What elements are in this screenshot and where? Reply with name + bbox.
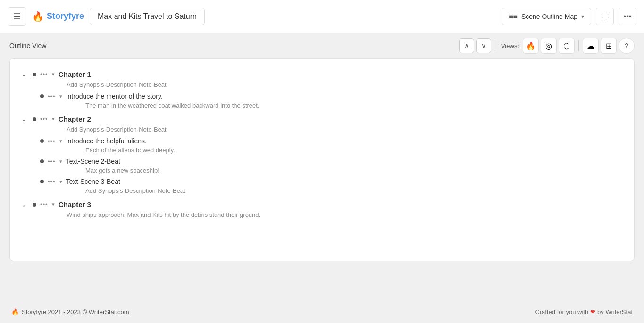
- footer-right: Crafted for you with ❤ by WriterStat: [535, 308, 633, 315]
- scene-outline-button[interactable]: ≡≡ Scene Outline Map ▾: [502, 8, 591, 25]
- chapter-1-dropdown-icon[interactable]: ▾: [52, 71, 55, 77]
- chapter-2-dot: [33, 117, 36, 121]
- scene-1-1-row: ••• ▾ Introduce the mentor of the story.: [40, 91, 623, 101]
- scene-2-1-title: Introduce the helpful aliens.: [66, 137, 147, 145]
- outline-view-label: Outline View: [9, 42, 46, 50]
- grid-icon: ⊞: [606, 41, 612, 50]
- footer-copyright: Storyfyre 2021 - 2023 © WriterStat.com: [22, 308, 129, 315]
- scene-2-3-synopsis: Add Synopsis-Description-Note-Beat: [85, 187, 623, 197]
- nav-down-button[interactable]: ∨: [476, 38, 491, 53]
- scene-2-2-synopsis: Max gets a new spaceship!: [85, 166, 623, 176]
- collapse-ch1-icon[interactable]: ⌄: [21, 71, 29, 78]
- more-icon: •••: [624, 12, 632, 21]
- scene-2-3-title: Text-Scene 3-Beat: [66, 178, 120, 185]
- scene-2-3-menu[interactable]: •••: [48, 178, 56, 185]
- menu-button[interactable]: ☰: [8, 7, 26, 26]
- scene-outline-icon: ≡≡: [509, 12, 518, 21]
- chapter-3-row: ⌄ ••• ▾ Chapter 3: [21, 199, 623, 210]
- cloud-icon: ☁: [587, 41, 594, 50]
- chapter-1-title: Chapter 1: [59, 70, 91, 78]
- chapter-2-item: ⌄ ••• ▾ Chapter 2 Add Synopsis-Descripti…: [21, 113, 623, 197]
- heart-icon: ❤: [590, 308, 595, 315]
- separator-2: [578, 40, 579, 51]
- header-actions: ≡≡ Scene Outline Map ▾ ⛶ •••: [502, 8, 636, 25]
- hex-icon: ⬡: [563, 41, 570, 50]
- collapse-ch2-icon[interactable]: ⌄: [21, 116, 29, 123]
- scene-2-2-dot: [40, 159, 44, 163]
- collapse-ch3-icon[interactable]: ⌄: [21, 201, 29, 208]
- chapter-3-synopsis: Wind ships approach, Max and Kits hit by…: [67, 210, 623, 221]
- help-button[interactable]: ?: [619, 38, 635, 54]
- view-hex-button[interactable]: ⬡: [559, 38, 575, 54]
- chapter-1-synopsis: Add Synopsis-Description-Note-Beat: [67, 80, 623, 91]
- scene-1-1-menu[interactable]: •••: [48, 93, 56, 100]
- view-grid-button[interactable]: ⊞: [601, 38, 617, 54]
- toolbar: Outline View ∧ ∨ Views: 🔥 ◎ ⬡ ☁ ⊞ ?: [0, 33, 644, 58]
- circle-icon: ◎: [545, 41, 552, 50]
- scene-2-2-title: Text-Scene 2-Beat: [66, 157, 120, 165]
- view-circle-button[interactable]: ◎: [541, 38, 557, 54]
- chevron-up-icon: ∧: [464, 42, 469, 50]
- brand-logo[interactable]: 🔥 Storyfyre: [32, 11, 84, 22]
- scene-1-1-dropdown-icon[interactable]: ▾: [59, 93, 62, 99]
- expand-button[interactable]: ⛶: [596, 8, 614, 25]
- toolbar-right: ∧ ∨ Views: 🔥 ◎ ⬡ ☁ ⊞ ?: [459, 38, 635, 54]
- outline-panel: ⌄ ••• ▾ Chapter 1 Add Synopsis-Descripti…: [9, 58, 635, 261]
- separator-1: [495, 40, 495, 51]
- chapter-2-dropdown-icon[interactable]: ▾: [52, 116, 55, 122]
- footer-flame-icon: 🔥: [11, 308, 19, 315]
- chapter-2-row: ⌄ ••• ▾ Chapter 2: [21, 113, 623, 125]
- view-fire-button[interactable]: 🔥: [523, 38, 539, 54]
- chapter-2-synopsis: Add Synopsis-Description-Note-Beat: [67, 125, 623, 136]
- chapter-2-title: Chapter 2: [59, 115, 91, 123]
- chapter-1-menu[interactable]: •••: [40, 71, 48, 78]
- scene-1-1-synopsis: The man in the weathered coat walked bac…: [85, 101, 623, 111]
- scene-2-1-row: ••• ▾ Introduce the helpful aliens.: [40, 136, 623, 146]
- brand-name: Storyfyre: [47, 11, 84, 21]
- app-header: ☰ 🔥 Storyfyre Max and Kits Travel to Sat…: [0, 0, 644, 33]
- chapter-1-dot: [33, 73, 36, 76]
- crafted-text: Crafted for you with: [535, 308, 588, 315]
- scene-1-1-title: Introduce the mentor of the story.: [66, 92, 163, 100]
- views-label: Views:: [501, 42, 519, 50]
- scene-2-1-dropdown-icon[interactable]: ▾: [59, 138, 62, 144]
- by-writerstat-text: by WriterStat: [597, 308, 633, 315]
- scene-2-2-dropdown-icon[interactable]: ▾: [59, 158, 62, 165]
- scene-2-3-row: ••• ▾ Text-Scene 3-Beat: [40, 176, 623, 187]
- footer: 🔥 Storyfyre 2021 - 2023 © WriterStat.com…: [0, 301, 644, 323]
- scene-2-2-menu[interactable]: •••: [48, 158, 56, 165]
- chevron-down-icon: ∨: [481, 42, 486, 50]
- fire-icon: 🔥: [526, 41, 535, 50]
- brand-flame-icon: 🔥: [32, 11, 44, 22]
- scene-2-1-dot: [40, 139, 44, 143]
- chapter-3-dot: [33, 203, 36, 207]
- chapter-3-dropdown-icon[interactable]: ▾: [52, 201, 55, 207]
- more-options-button[interactable]: •••: [619, 8, 636, 25]
- hamburger-icon: ☰: [13, 11, 21, 22]
- scene-2-1-synopsis: Each of the aliens bowed deeply.: [85, 146, 623, 156]
- chapter-2-menu[interactable]: •••: [40, 116, 48, 123]
- scene-outline-label: Scene Outline Map: [521, 13, 577, 20]
- chapter-1-row: ⌄ ••• ▾ Chapter 1: [21, 68, 623, 80]
- chapter-3-menu[interactable]: •••: [40, 201, 48, 208]
- footer-brand: 🔥 Storyfyre 2021 - 2023 © WriterStat.com: [11, 308, 129, 315]
- scene-2-2-row: ••• ▾ Text-Scene 2-Beat: [40, 156, 623, 166]
- scene-2-1-menu[interactable]: •••: [48, 138, 56, 145]
- main-content: ⌄ ••• ▾ Chapter 1 Add Synopsis-Descripti…: [0, 58, 644, 301]
- scene-2-3-dropdown-icon[interactable]: ▾: [59, 179, 62, 185]
- nav-up-button[interactable]: ∧: [459, 38, 474, 53]
- chapter-1-item: ⌄ ••• ▾ Chapter 1 Add Synopsis-Descripti…: [21, 68, 623, 111]
- chevron-down-icon: ▾: [581, 13, 584, 20]
- scene-1-1-dot: [40, 94, 44, 98]
- question-icon: ?: [625, 42, 628, 50]
- view-cloud-button[interactable]: ☁: [583, 38, 599, 54]
- project-title: Max and Kits Travel to Saturn: [90, 8, 205, 25]
- chapter-3-item: ⌄ ••• ▾ Chapter 3 Wind ships approach, M…: [21, 199, 623, 221]
- scene-2-3-dot: [40, 180, 44, 183]
- chapter-3-title: Chapter 3: [59, 200, 91, 208]
- expand-icon: ⛶: [601, 12, 609, 21]
